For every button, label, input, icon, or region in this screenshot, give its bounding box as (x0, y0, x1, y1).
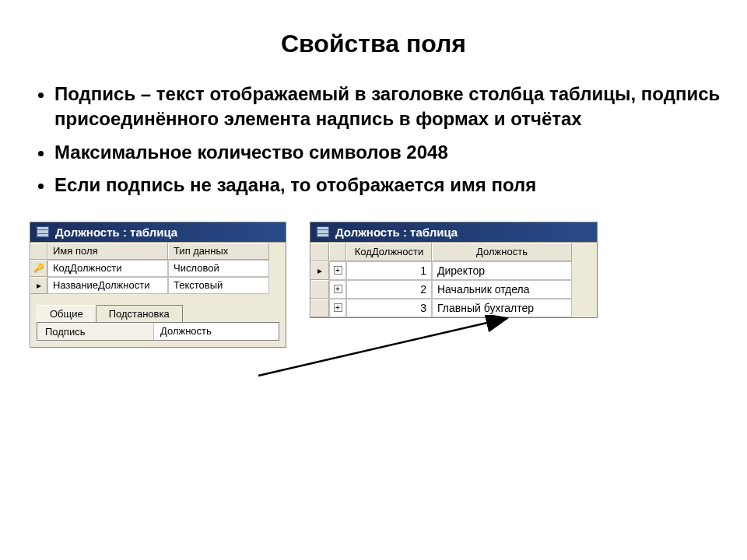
col-header-type: Тип данных (168, 243, 269, 260)
expand-button[interactable]: + (329, 299, 346, 317)
selector-header (30, 243, 47, 260)
design-window: Должность : таблица Имя поля Тип данных … (30, 222, 286, 348)
primary-key-icon (30, 260, 47, 277)
datasheet-window: Должность : таблица КодДолжности Должнос… (310, 222, 598, 318)
property-tabs: Общие Подстановка (30, 305, 286, 322)
row-selector[interactable]: ▸ (310, 261, 329, 280)
row-selector[interactable] (310, 299, 329, 317)
field-name-cell[interactable]: КодДолжности (47, 260, 168, 277)
bullet-list: Подпись – текст отображаемый в заголовке… (54, 82, 724, 198)
arrow-annotation (257, 315, 529, 408)
slide-title: Свойства поля (23, 30, 724, 58)
col-header-name: Имя поля (47, 243, 168, 260)
field-name-cell[interactable]: НазваниеДолжности (47, 277, 168, 294)
col-header-pos[interactable]: Должность (432, 243, 572, 261)
window-titlebar: Должность : таблица (310, 222, 597, 242)
id-cell[interactable]: 2 (346, 280, 432, 299)
tab-lookup[interactable]: Подстановка (96, 305, 183, 322)
field-type-cell[interactable]: Текстовый (168, 277, 269, 294)
property-value[interactable]: Должность (154, 323, 279, 340)
tab-general[interactable]: Общие (37, 305, 96, 322)
plus-icon: + (334, 266, 342, 275)
design-grid: Имя поля Тип данных КодДолжности Числово… (30, 242, 286, 294)
id-cell[interactable]: 1 (346, 261, 432, 280)
expand-button[interactable]: + (329, 280, 346, 299)
window-title: Должность : таблица (335, 226, 458, 239)
property-label: Подпись (37, 323, 154, 340)
col-header-id[interactable]: КодДолжности (346, 243, 432, 261)
pos-cell[interactable]: Главный бухгалтер (432, 299, 572, 317)
id-cell[interactable]: 3 (346, 299, 432, 317)
bullet-item: Подпись – текст отображаемый в заголовке… (54, 82, 724, 132)
svg-line-0 (258, 318, 507, 376)
plus-icon: + (334, 303, 342, 312)
selector-header (310, 243, 329, 261)
window-titlebar: Должность : таблица (30, 222, 286, 242)
expand-header (329, 243, 346, 261)
pos-cell[interactable]: Начальник отдела (432, 280, 572, 299)
table-icon (317, 226, 329, 237)
current-row-icon (30, 277, 47, 294)
bullet-item: Максимальное количество символов 2048 (54, 140, 724, 165)
property-row: Подпись Должность (37, 322, 279, 341)
pos-cell[interactable]: Директор (432, 261, 572, 280)
field-type-cell[interactable]: Числовой (168, 260, 269, 277)
plus-icon: + (334, 285, 342, 293)
expand-button[interactable]: + (329, 261, 346, 280)
bullet-item: Если подпись не задана, то отображается … (54, 173, 724, 198)
row-selector[interactable] (310, 280, 329, 299)
table-icon (37, 226, 49, 237)
window-title: Должность : таблица (55, 226, 177, 239)
datasheet-grid: КодДолжности Должность ▸ + 1 Директор + … (310, 242, 597, 317)
